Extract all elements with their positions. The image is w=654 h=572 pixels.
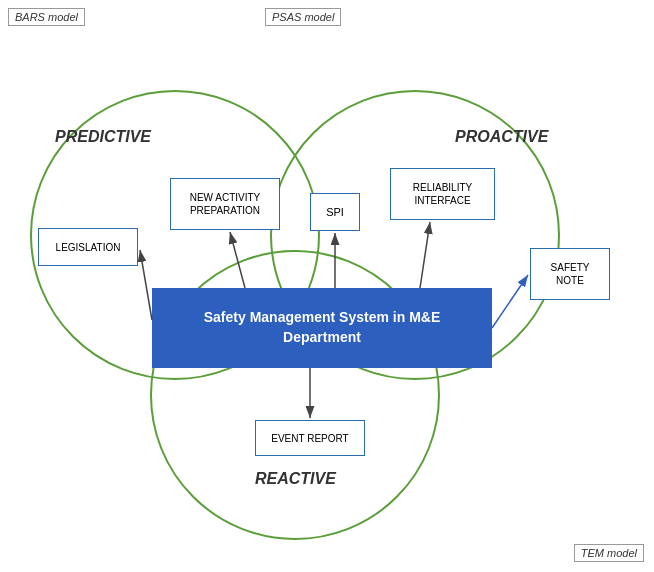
new-activity-box: NEW ACTIVITYPREPARATION [170,178,280,230]
reactive-label: REACTIVE [255,470,336,488]
reliability-box: RELIABILITYINTERFACE [390,168,495,220]
bars-label: BARS model [8,8,85,26]
event-report-box: EVENT REPORT [255,420,365,456]
main-box: Safety Management System in M&EDepartmen… [152,288,492,368]
diagram-container: BARS model PSAS model TEM model PREDICTI… [0,0,654,572]
main-box-text: Safety Management System in M&EDepartmen… [204,308,441,347]
tem-label: TEM model [574,544,644,562]
safety-note-box: SAFETYNOTE [530,248,610,300]
psas-label: PSAS model [265,8,341,26]
spi-box: SPI [310,193,360,231]
predictive-label: PREDICTIVE [55,128,151,146]
legislation-box: LEGISLATION [38,228,138,266]
proactive-label: PROACTIVE [455,128,548,146]
